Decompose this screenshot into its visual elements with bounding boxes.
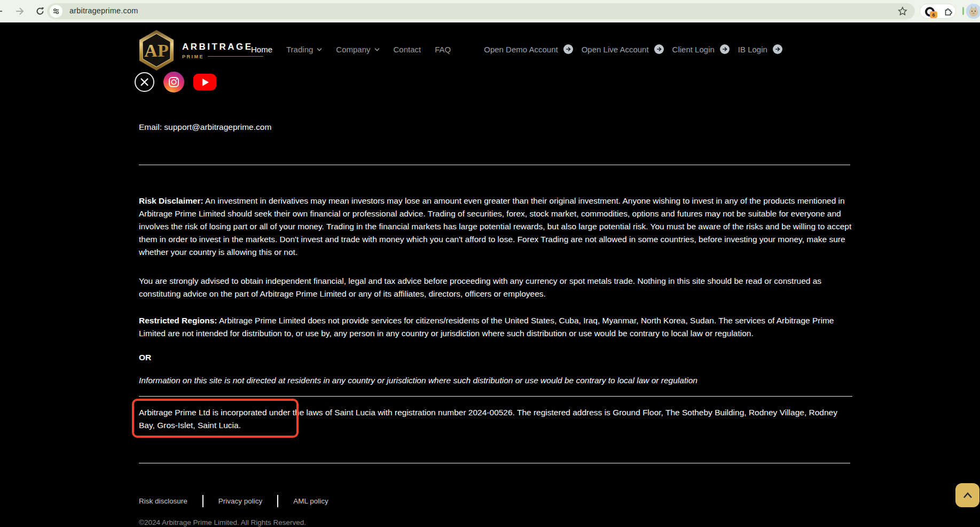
main-nav: Home Trading Company Contact FAQ Open De… [251,44,791,54]
privacy-policy-link[interactable]: Privacy policy [218,497,263,505]
risk-disclaimer-label: Risk Disclaimer: [139,196,203,205]
extension-badge: 6 [930,11,937,18]
copyright-text: ©2024 Arbitrage Prime Limited. All Right… [139,518,306,526]
jurisdiction-note: Information on this site is not directed… [139,374,852,387]
brand-subtitle: PRIME [182,54,204,59]
nav-trading[interactable]: Trading [286,45,322,54]
or-text: OR [139,351,852,364]
risk-disclaimer-text: An investment in derivatives may mean in… [139,196,851,257]
nav-faq[interactable]: FAQ [435,45,451,54]
nav-trading-label: Trading [286,45,313,54]
extensions-area: 6 [920,4,956,19]
site-settings-icon[interactable] [50,5,62,18]
bookmark-star-icon[interactable] [898,6,907,18]
restricted-regions-text: Arbitrage Prime Limited does not provide… [139,316,834,338]
aml-policy-link[interactable]: AML policy [293,497,328,505]
footer-separator [202,495,203,507]
arrow-right-icon [563,44,573,54]
support-email[interactable]: Email: support@arbitrageprime.com [139,122,271,132]
incorporation-paragraph: Arbitrage Prime Ltd is incorporated unde… [139,406,852,432]
puzzle-extensions-icon[interactable] [944,7,953,16]
nav-company[interactable]: Company [336,45,379,54]
ib-login-link[interactable]: IB Login [738,44,782,54]
brand-abbr: AP [144,41,168,60]
nav-contact[interactable]: Contact [394,45,421,54]
arrow-right-icon [720,44,730,54]
hexagon-logo-icon: AP [138,29,175,71]
instagram-icon[interactable] [163,72,184,92]
legal-content: Risk Disclaimer: An investment in deriva… [139,195,852,432]
forward-icon[interactable] [15,6,26,17]
client-login-link[interactable]: Client Login [672,44,730,54]
account-actions: Open Demo Account Open Live Account Clie… [484,44,791,54]
nav-home-label: Home [251,45,272,54]
footer-links: Risk disclosure Privacy policy AML polic… [139,494,328,508]
nav-contact-label: Contact [394,45,421,54]
client-login-label: Client Login [672,45,715,54]
nav-company-label: Company [336,45,370,54]
youtube-icon[interactable] [193,74,216,90]
nav-home[interactable]: Home [251,45,272,54]
x-twitter-icon[interactable] [135,72,154,92]
url-text[interactable]: arbitrageprime.com [69,6,138,15]
arrow-right-icon [654,44,664,54]
nav-faq-label: FAQ [435,45,451,54]
open-live-account-link[interactable]: Open Live Account [582,44,664,54]
page-body: AP ARBITRAGE PRIME Home Trading Company … [0,22,980,527]
brand-logo[interactable]: AP ARBITRAGE PRIME [138,29,263,71]
open-demo-account-link[interactable]: Open Demo Account [484,44,573,54]
risk-disclosure-link[interactable]: Risk disclosure [139,497,187,505]
chevron-up-icon [962,492,974,499]
back-icon[interactable] [0,6,3,17]
advice-paragraph: You are strongly advised to obtain indep… [139,275,852,300]
open-live-account-label: Open Live Account [582,45,649,54]
footer-separator [277,495,278,507]
ib-login-label: IB Login [738,45,767,54]
divider [139,165,850,165]
url-bar[interactable]: arbitrageprime.com [47,3,915,19]
reload-icon[interactable] [35,6,45,16]
risk-disclaimer-paragraph: Risk Disclaimer: An investment in deriva… [139,195,852,259]
chevron-down-icon [317,48,322,51]
restricted-regions-label: Restricted Regions: [139,316,217,325]
arrow-right-icon [773,44,782,54]
browser-toolbar: arbitrageprime.com 6 [0,0,980,22]
chevron-down-icon [374,48,380,51]
divider [139,396,852,397]
play-triangle-icon [202,79,209,86]
divider [139,463,850,463]
profile-avatar[interactable] [966,4,980,19]
profile-separator [962,7,964,15]
restricted-regions-paragraph: Restricted Regions: Arbitrage Prime Limi… [139,314,852,340]
social-links [135,72,216,92]
brand-underline [208,56,263,57]
scroll-to-top-button[interactable] [955,483,979,507]
open-demo-account-label: Open Demo Account [484,45,558,54]
